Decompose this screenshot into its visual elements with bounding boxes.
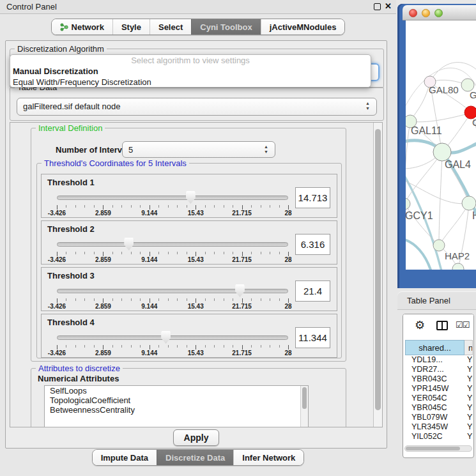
cyni-bottom-tabs: Impute Data Discretize Data Infer Networ… <box>0 449 396 466</box>
table-row[interactable]: YLR345WYLR3 <box>405 422 473 432</box>
table-row[interactable]: YPR145WYPR1 <box>405 384 473 394</box>
settings-scrollpane: Interval Definition Number of Intervals … <box>10 122 383 427</box>
tab-infer-network[interactable]: Infer Network <box>233 450 303 465</box>
combo-arrows-icon: ▲▼ <box>263 144 269 155</box>
tab-cyni-toolbox[interactable]: Cyni Toolbox <box>191 19 260 35</box>
node-label: C <box>472 117 476 128</box>
dropdown-item-equal-width[interactable]: Equal Width/Frequency Discretization <box>10 77 371 88</box>
dropdown-item-manual-discretization[interactable]: Manual Discretization <box>10 66 371 77</box>
table-row[interactable]: YBR043CYBR0 <box>405 374 473 384</box>
close-icon[interactable]: ✕ <box>385 1 392 11</box>
network-canvas[interactable]: GAL80GACGAL11GAL4GCY1HHAP2 <box>406 20 476 270</box>
node-label: GA <box>470 89 476 100</box>
discretization-algorithm-legend: Discretization Algorithm <box>15 44 107 54</box>
slider-thumb[interactable] <box>186 191 196 204</box>
interval-definition-group: Interval Definition Number of Intervals … <box>31 128 346 362</box>
network-node[interactable] <box>462 196 476 210</box>
threshold-1-slider[interactable]: -3.4262.8599.14415.4321.71528 <box>57 191 288 217</box>
table-row[interactable]: YBR045CYBR0 <box>405 403 473 413</box>
threshold-4-value[interactable]: 11.344 <box>295 327 330 348</box>
algorithm-dropdown-popup: Select algorithm to view settings Manual… <box>10 54 371 88</box>
pane-scrollbar[interactable] <box>373 123 382 427</box>
list-scrollbar[interactable] <box>300 386 308 427</box>
threshold-2-label: Threshold 2 <box>47 224 95 234</box>
close-window-icon[interactable] <box>409 9 417 17</box>
threshold-3-label: Threshold 3 <box>47 271 95 280</box>
slider-thumb[interactable] <box>161 331 171 344</box>
table-h-scrollbar[interactable] <box>404 445 472 452</box>
node-label: GAL4 <box>445 159 471 170</box>
select-columns-icon[interactable]: ☑☑ <box>456 320 469 330</box>
slider-thumb[interactable] <box>235 284 245 297</box>
node-label: GAL11 <box>411 125 442 136</box>
tab-jactivemnodules[interactable]: jActiveMNodules <box>261 19 345 35</box>
threshold-2-panel: Threshold 2 -3.4262.8599.14415.4321.7152… <box>41 220 337 265</box>
threshold-2-slider[interactable]: -3.4262.8599.14415.4321.71528 <box>57 238 288 263</box>
node-table: shared... na YDL19...YDL1 YDR27...YDR2 Y… <box>405 340 473 441</box>
tab-style[interactable]: Style <box>112 19 150 35</box>
slider-scale: -3.4262.8599.14415.4321.71528 <box>57 210 288 217</box>
table-row[interactable]: YER054CYER0 <box>405 394 473 403</box>
list-item[interactable]: TopologicalCoefficient <box>45 395 308 405</box>
list-item[interactable]: BetweennessCentrality <box>45 405 308 415</box>
network-node[interactable] <box>433 143 451 161</box>
node-label: GCY1 <box>406 210 433 221</box>
gear-icon[interactable]: ⚙ <box>415 319 425 332</box>
network-icon <box>60 23 68 31</box>
table-row[interactable]: YDL19...YDL1 <box>405 355 473 365</box>
network-node[interactable] <box>452 263 464 270</box>
tab-network-label: Network <box>72 22 104 32</box>
screen: Control Panel ✕ Network Style Select Cyn… <box>0 0 476 476</box>
control-panel-titlebar: Control Panel ✕ <box>0 0 396 14</box>
threshold-3-slider[interactable]: -3.4262.8599.14415.4321.71528 <box>57 284 288 310</box>
network-node[interactable] <box>433 240 445 251</box>
interval-definition-legend: Interval Definition <box>36 123 105 133</box>
table-data-select[interactable]: galFiltered.sif default node ▲▼ <box>17 98 377 116</box>
column-header-name[interactable]: na <box>464 340 473 355</box>
number-of-intervals-select[interactable]: 5 ▲▼ <box>122 141 275 158</box>
apply-button[interactable]: Apply <box>173 429 220 446</box>
tab-select[interactable]: Select <box>150 19 191 35</box>
network-view-window: GAL80GACGAL11GAL4GCY1HHAP2 <box>397 4 476 288</box>
table-row[interactable]: YBL079WYBL0 <box>405 413 473 422</box>
numerical-attributes-label: Numerical Attributes <box>38 374 119 383</box>
threshold-4-slider[interactable]: -3.4262.8599.14415.4321.71528 <box>57 331 288 357</box>
slider-scale: -3.4262.8599.14415.4321.71528 <box>57 303 288 310</box>
zoom-window-icon[interactable] <box>434 9 443 17</box>
control-panel-tabs: Network Style Select Cyni Toolbox jActiv… <box>0 19 396 36</box>
column-header-shared-name[interactable]: shared... <box>405 340 464 355</box>
threshold-2-value[interactable]: 6.316 <box>295 234 330 255</box>
threshold-1-label: Threshold 1 <box>47 178 95 187</box>
tab-discretize-data[interactable]: Discretize Data <box>157 450 233 465</box>
network-window-titlebar[interactable] <box>403 5 476 20</box>
control-panel-title: Control Panel <box>6 2 57 12</box>
columns-icon[interactable] <box>436 321 448 330</box>
threshold-4-label: Threshold 4 <box>47 318 95 327</box>
threshold-1-value[interactable]: 14.713 <box>295 187 330 208</box>
slider-thumb[interactable] <box>124 238 134 250</box>
numerical-attributes-list[interactable]: SelfLoops TopologicalCoefficient Between… <box>44 385 309 427</box>
table-row[interactable]: YIL052CYIL0 <box>405 432 473 441</box>
list-item[interactable]: SelfLoops <box>45 386 308 395</box>
tab-network[interactable]: Network <box>52 19 112 35</box>
cyni-toolbox-panel: Discretization Algorithm ▲▼ Select algor… <box>5 40 387 449</box>
network-node[interactable] <box>406 198 410 210</box>
threshold-3-value[interactable]: 21.4 <box>295 280 330 302</box>
table-panel-titlebar: Table Panel <box>397 291 476 310</box>
node-label: HAP2 <box>445 250 470 261</box>
threshold-4-panel: Threshold 4 -3.4262.8599.14415.4321.7152… <box>41 314 337 358</box>
table-row[interactable]: YDR27...YDR2 <box>405 365 473 374</box>
table-panel-toolbar: ⚙ ☑☑ <box>403 314 473 339</box>
slider-scale: -3.4262.8599.14415.4321.71528 <box>57 349 288 357</box>
slider-scale: -3.4262.8599.14415.4321.71528 <box>57 256 288 263</box>
float-panel-icon[interactable] <box>374 3 381 10</box>
minimize-window-icon[interactable] <box>422 9 430 17</box>
thresholds-group: Threshold's Coordinates for 5 Intervals … <box>36 163 342 358</box>
network-canvas-svg: GAL80GACGAL11GAL4GCY1HHAP2 <box>406 20 476 270</box>
attributes-legend: Attributes to discretize <box>36 364 123 373</box>
thresholds-legend: Threshold's Coordinates for 5 Intervals <box>42 158 189 168</box>
table-data-group: Table Data galFiltered.sif default node … <box>10 87 384 121</box>
table-panel-title: Table Panel <box>407 296 450 305</box>
dropdown-item-placeholder[interactable]: Select algorithm to view settings <box>10 55 371 66</box>
tab-impute-data[interactable]: Impute Data <box>93 450 157 465</box>
